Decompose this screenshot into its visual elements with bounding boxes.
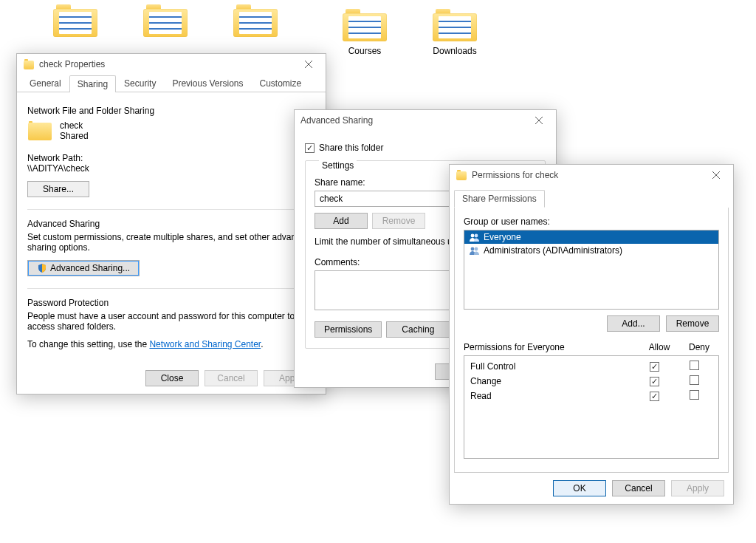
allow-checkbox[interactable] [650, 392, 659, 401]
permissions-dialog: Permissions for check Share Permissions … [449, 164, 734, 505]
apply-button[interactable]: Apply [671, 480, 724, 496]
caching-button[interactable]: Caching [386, 321, 450, 338]
title-bar[interactable]: Advanced Sharing [295, 110, 556, 131]
folder-name: check [60, 120, 89, 131]
network-sharing-center-link[interactable]: Network and Sharing Center [149, 339, 261, 349]
column-deny: Deny [679, 342, 719, 352]
network-path-label: Network Path: [27, 153, 315, 163]
share-status: Shared [60, 131, 89, 141]
desktop-folder[interactable] [226, 3, 285, 41]
group-user-names-label: Group or user names: [464, 216, 719, 227]
remove-share-button[interactable]: Remove [372, 213, 425, 229]
tab-sharing[interactable]: Sharing [69, 75, 116, 92]
shield-icon [37, 263, 47, 273]
permissions-list: Full Control Change Read [464, 355, 719, 459]
tab-customize[interactable]: Customize [251, 75, 309, 92]
folder-icon [27, 120, 52, 146]
password-desc: People must have a user account and pass… [27, 311, 315, 332]
tab-strip: General Sharing Security Previous Versio… [17, 75, 326, 92]
remove-user-button[interactable]: Remove [666, 315, 719, 332]
deny-checkbox[interactable] [690, 390, 699, 400]
column-allow: Allow [639, 342, 679, 352]
section-heading: Password Protection [27, 298, 315, 308]
title-bar[interactable]: Permissions for check [450, 165, 733, 185]
window-title: Advanced Sharing [300, 115, 528, 126]
tab-security[interactable]: Security [116, 75, 164, 92]
desktop-folder[interactable] [136, 3, 195, 41]
svg-point-9 [475, 247, 478, 251]
cancel-button[interactable]: Cancel [612, 480, 665, 496]
add-share-button[interactable]: Add [315, 213, 368, 229]
permission-row: Change [469, 374, 714, 389]
tab-previous-versions[interactable]: Previous Versions [164, 75, 251, 92]
allow-checkbox[interactable] [650, 362, 659, 372]
desktop-folder[interactable] [46, 3, 105, 41]
password-change-text: To change this setting, use the Network … [27, 339, 315, 349]
desktop-folder-courses[interactable]: Courses [335, 7, 394, 56]
close-icon[interactable] [298, 56, 320, 72]
tab-strip: Share Permissions [450, 185, 733, 208]
properties-dialog: check Properties General Sharing Securit… [16, 53, 326, 395]
section-heading: Advanced Sharing [27, 219, 315, 229]
tab-general[interactable]: General [21, 75, 69, 92]
window-title: check Properties [39, 59, 298, 69]
svg-point-7 [475, 234, 478, 238]
close-icon[interactable] [528, 112, 550, 129]
share-this-folder-checkbox[interactable]: Share this folder [305, 143, 546, 153]
deny-checkbox[interactable] [690, 375, 699, 385]
share-button[interactable]: Share... [27, 181, 89, 197]
list-item[interactable]: Everyone [464, 230, 718, 244]
users-icon [469, 233, 481, 242]
advanced-sharing-button[interactable]: Advanced Sharing... [27, 260, 140, 276]
folder-icon [456, 169, 467, 181]
users-icon [469, 246, 481, 255]
svg-point-6 [471, 234, 475, 238]
deny-checkbox[interactable] [690, 361, 699, 370]
network-path: \\ADITYA\check [27, 163, 315, 174]
checkbox-icon [305, 143, 315, 153]
list-item[interactable]: Administrators (ADI\Administrators) [464, 244, 718, 257]
svg-point-8 [471, 247, 475, 251]
ok-button[interactable]: OK [553, 480, 606, 496]
users-listbox[interactable]: Everyone Administrators (ADI\Administrat… [464, 230, 719, 310]
title-bar[interactable]: check Properties [17, 54, 326, 75]
permissions-button[interactable]: Permissions [315, 321, 382, 338]
permissions-for-label: Permissions for Everyone [464, 342, 639, 352]
group-label: Settings [319, 160, 357, 171]
section-heading: Network File and Folder Sharing [27, 106, 315, 116]
desktop-folder-downloads[interactable]: Downloads [425, 7, 484, 56]
add-user-button[interactable]: Add... [607, 315, 660, 332]
folder-icon [23, 58, 35, 70]
permission-row: Full Control [469, 359, 714, 374]
cancel-button[interactable]: Cancel [205, 370, 258, 386]
allow-checkbox[interactable] [650, 377, 659, 386]
permission-row: Read [469, 389, 714, 403]
window-title: Permissions for check [472, 170, 705, 180]
tab-share-permissions[interactable]: Share Permissions [454, 190, 545, 208]
close-button[interactable]: Close [145, 370, 199, 386]
advanced-desc: Set custom permissions, create multiple … [27, 232, 315, 253]
close-icon[interactable] [705, 167, 727, 183]
